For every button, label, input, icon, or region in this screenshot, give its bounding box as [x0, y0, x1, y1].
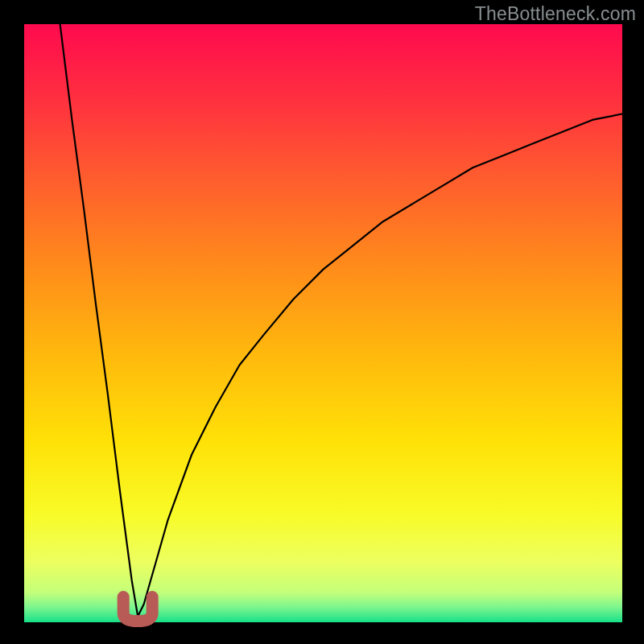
attribution-label: TheBottleneck.com — [475, 3, 636, 25]
chart-svg — [0, 0, 644, 644]
chart-stage: TheBottleneck.com — [0, 0, 644, 644]
plot-background — [24, 24, 622, 622]
